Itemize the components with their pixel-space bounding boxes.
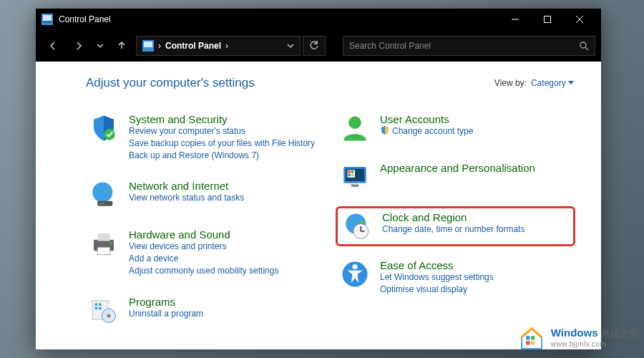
category-link[interactable]: View network status and tasks bbox=[129, 192, 320, 204]
control-panel-window: Control Panel › Control Pa bbox=[36, 9, 601, 349]
view-by-dropdown[interactable]: Category bbox=[531, 78, 574, 88]
svg-rect-33 bbox=[351, 170, 354, 173]
refresh-icon bbox=[309, 41, 319, 51]
category-user-accounts: User Accounts Change account type bbox=[337, 110, 574, 146]
user-icon bbox=[340, 113, 370, 143]
svg-rect-35 bbox=[351, 174, 354, 177]
svg-point-9 bbox=[580, 42, 586, 48]
minimize-icon bbox=[512, 16, 519, 23]
svg-rect-1 bbox=[43, 15, 52, 21]
category-link[interactable]: Save backup copies of your files with Fi… bbox=[129, 137, 320, 150]
category-appearance: Appearance and Personalisation bbox=[337, 159, 574, 195]
watermark: Windows 系统之家 www.bjjmlv.com bbox=[517, 322, 638, 352]
category-title[interactable]: Appearance and Personalisation bbox=[380, 162, 571, 174]
close-icon bbox=[576, 16, 583, 23]
category-link[interactable]: Add a device bbox=[129, 253, 320, 265]
link-text: Change account type bbox=[392, 126, 473, 136]
svg-point-27 bbox=[107, 314, 110, 317]
arrow-right-icon bbox=[74, 41, 84, 51]
svg-point-14 bbox=[99, 203, 101, 205]
accessibility-icon bbox=[340, 259, 370, 289]
watermark-url: www.bjjmlv.com bbox=[551, 340, 638, 348]
category-title[interactable]: Ease of Access bbox=[380, 259, 571, 271]
category-programs: Programs Uninstall a program bbox=[86, 293, 323, 329]
category-clock-region: Clock and Region Change date, time or nu… bbox=[336, 206, 575, 246]
search-icon bbox=[579, 41, 589, 51]
svg-point-42 bbox=[353, 264, 358, 269]
view-by: View by: Category bbox=[494, 78, 574, 88]
svg-rect-45 bbox=[526, 341, 530, 344]
back-button[interactable] bbox=[42, 34, 64, 57]
minimize-button[interactable] bbox=[499, 9, 531, 30]
category-system-security: System and Security Review your computer… bbox=[86, 110, 323, 164]
arrow-up-icon bbox=[117, 41, 127, 51]
svg-rect-43 bbox=[526, 336, 530, 339]
control-panel-icon bbox=[42, 14, 53, 25]
category-title[interactable]: Hardware and Sound bbox=[129, 228, 320, 241]
svg-point-28 bbox=[348, 116, 361, 129]
arrow-left-icon bbox=[48, 41, 58, 51]
svg-rect-21 bbox=[95, 303, 98, 306]
svg-rect-46 bbox=[531, 341, 535, 344]
programs-icon bbox=[89, 296, 119, 326]
category-link[interactable]: View devices and printers bbox=[129, 241, 320, 253]
clock-globe-icon bbox=[342, 211, 372, 241]
forward-button[interactable] bbox=[67, 34, 90, 57]
up-button[interactable] bbox=[110, 34, 133, 57]
category-link[interactable]: Change date, time or number formats bbox=[382, 223, 569, 236]
category-ease-of-access: Ease of Access Let Windows suggest setti… bbox=[337, 256, 574, 299]
page-title: Adjust your computer's settings bbox=[86, 76, 494, 90]
watermark-brand: Windows bbox=[551, 326, 598, 339]
chevron-down-icon bbox=[568, 81, 574, 85]
category-title[interactable]: User Accounts bbox=[380, 113, 571, 125]
category-network: Network and Internet View network status… bbox=[86, 177, 323, 213]
svg-rect-13 bbox=[97, 201, 112, 206]
svg-rect-23 bbox=[95, 307, 98, 310]
category-link[interactable]: Uninstall a program bbox=[129, 308, 320, 320]
category-link[interactable]: Let Windows suggest settings bbox=[380, 271, 571, 284]
svg-rect-34 bbox=[348, 174, 351, 177]
shield-icon bbox=[89, 113, 119, 143]
refresh-button[interactable] bbox=[303, 36, 326, 56]
category-columns: System and Security Review your computer… bbox=[86, 110, 574, 342]
category-title[interactable]: Programs bbox=[129, 296, 320, 308]
printer-icon bbox=[89, 228, 119, 258]
category-link[interactable]: Adjust commonly used mobility settings bbox=[129, 265, 320, 277]
category-link[interactable]: Back up and Restore (Windows 7) bbox=[129, 150, 320, 162]
history-dropdown[interactable] bbox=[93, 34, 107, 57]
content-area: Adjust your computer's settings View by:… bbox=[36, 62, 601, 349]
watermark-cn: 系统之家 bbox=[601, 328, 638, 339]
category-hardware: Hardware and Sound View devices and prin… bbox=[86, 226, 323, 279]
close-button[interactable] bbox=[563, 9, 595, 30]
search-placeholder: Search Control Panel bbox=[349, 41, 579, 51]
search-box[interactable]: Search Control Panel bbox=[343, 36, 595, 56]
column-right: User Accounts Change account type bbox=[337, 110, 574, 342]
view-by-label: View by: bbox=[494, 78, 527, 88]
category-link[interactable]: Review your computer's status bbox=[129, 125, 320, 137]
svg-rect-18 bbox=[97, 248, 110, 256]
svg-rect-32 bbox=[348, 170, 351, 173]
svg-rect-8 bbox=[144, 42, 152, 47]
svg-point-12 bbox=[92, 183, 112, 203]
header-row: Adjust your computer's settings View by:… bbox=[86, 76, 574, 90]
svg-rect-4 bbox=[544, 16, 550, 23]
category-link[interactable]: Change account type bbox=[380, 125, 571, 137]
house-icon bbox=[517, 322, 547, 352]
chevron-down-icon[interactable] bbox=[287, 42, 294, 49]
category-title[interactable]: Clock and Region bbox=[382, 211, 569, 223]
navbar: › Control Panel › Search Control Panel bbox=[36, 30, 601, 62]
maximize-button[interactable] bbox=[531, 9, 563, 30]
breadcrumb-root[interactable]: Control Panel bbox=[165, 41, 221, 51]
globe-network-icon bbox=[89, 180, 119, 210]
titlebar: Control Panel bbox=[36, 9, 601, 30]
svg-point-19 bbox=[110, 243, 113, 246]
category-title[interactable]: Network and Internet bbox=[129, 180, 320, 192]
svg-rect-44 bbox=[531, 336, 535, 339]
category-link[interactable]: Optimise visual display bbox=[380, 284, 571, 296]
category-title[interactable]: System and Security bbox=[129, 113, 320, 125]
svg-rect-17 bbox=[97, 233, 110, 241]
breadcrumb[interactable]: › Control Panel › bbox=[136, 36, 301, 56]
window-title: Control Panel bbox=[59, 14, 111, 24]
breadcrumb-chevron: › bbox=[158, 41, 161, 51]
chevron-down-icon bbox=[97, 42, 104, 49]
